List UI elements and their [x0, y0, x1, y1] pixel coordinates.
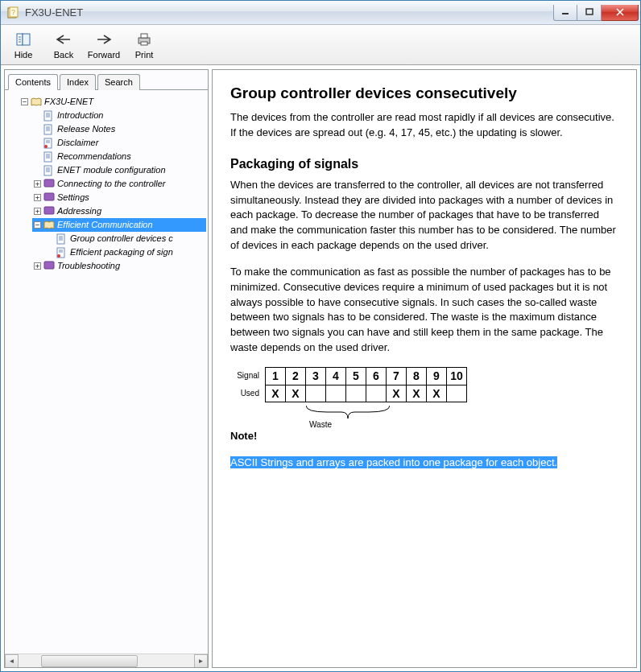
signal-cell: 1 [265, 367, 286, 385]
tree-item-addressing[interactable]: +Addressing [32, 204, 206, 218]
page-icon [43, 110, 55, 122]
svg-rect-17 [44, 193, 54, 200]
svg-rect-14 [44, 152, 52, 162]
expand-icon[interactable]: + [34, 180, 41, 188]
hide-button[interactable]: Hide [7, 31, 39, 60]
signal-cell: 2 [285, 367, 306, 385]
signal-cell: 3 [305, 367, 326, 385]
page-icon [43, 151, 55, 163]
sidebar-tabs: Contents Index Search [5, 70, 208, 90]
tree-root-label: FX3U-ENET [44, 95, 93, 109]
forward-button[interactable]: Forward [88, 31, 120, 60]
signal-cell: 8 [406, 367, 427, 385]
tree-container: − FX3U-ENET Introduction Release Notes D… [5, 90, 208, 667]
help-app-icon: ? [7, 6, 20, 19]
packaging-paragraph-1: When the devices are transferred to the … [230, 178, 618, 254]
page-new-icon [56, 247, 68, 258]
page-icon [56, 233, 68, 245]
closed-book-icon [43, 206, 55, 217]
body-area: Contents Index Search − FX3U-ENET [1, 65, 640, 671]
scroll-track[interactable] [19, 654, 194, 668]
toolbar: Hide Back Forward Print [1, 25, 640, 65]
back-arrow-icon [56, 31, 72, 48]
content-pane[interactable]: Group controller devices consecutively T… [212, 69, 637, 668]
tree-item-connecting[interactable]: +Connecting to the controller [32, 177, 206, 191]
expand-icon[interactable]: + [34, 208, 41, 215]
svg-point-13 [44, 145, 48, 148]
window-controls [553, 5, 639, 21]
svg-rect-9 [141, 42, 147, 45]
scroll-right-icon[interactable]: ► [194, 654, 208, 668]
page-new-icon [43, 138, 55, 149]
closed-book-icon [43, 192, 55, 204]
svg-rect-10 [44, 111, 52, 121]
close-button[interactable] [602, 5, 639, 21]
used-cell [325, 385, 346, 402]
tree-item-introduction[interactable]: Introduction [32, 109, 206, 122]
closed-book-icon [43, 179, 55, 190]
collapse-icon[interactable]: − [21, 98, 28, 105]
contents-tree[interactable]: − FX3U-ENET Introduction Release Notes D… [5, 90, 208, 653]
hide-label: Hide [14, 50, 33, 60]
tree-horizontal-scrollbar[interactable]: ◄ ► [5, 653, 208, 667]
note-body: ASCII Strings and arrays are packed into… [230, 456, 618, 471]
used-cell: X [386, 385, 407, 402]
tree-item-recommendations[interactable]: Recommendations [32, 150, 206, 163]
tree-item-efficient-communication[interactable]: −Efficient Communication [32, 218, 206, 232]
back-label: Back [54, 50, 73, 60]
svg-rect-19 [57, 234, 64, 244]
print-button[interactable]: Print [128, 31, 160, 60]
used-row-label: Used [230, 389, 266, 398]
tree-item-settings[interactable]: +Settings [32, 191, 206, 204]
curly-brace-icon [306, 406, 390, 420]
expand-icon[interactable]: + [34, 194, 41, 201]
titlebar[interactable]: ? FX3U-ENET [1, 1, 640, 25]
waste-label: Waste [280, 420, 361, 429]
svg-rect-11 [44, 125, 52, 134]
tree-root[interactable]: − FX3U-ENET [19, 95, 206, 109]
open-book-icon [43, 220, 55, 231]
scroll-thumb[interactable] [41, 655, 138, 667]
scroll-left-icon[interactable]: ◄ [5, 654, 19, 668]
used-cell [446, 385, 467, 402]
tab-contents[interactable]: Contents [8, 74, 58, 90]
used-cell [305, 385, 326, 402]
forward-label: Forward [88, 50, 120, 60]
signal-cell: 9 [426, 367, 447, 385]
used-cell: X [426, 385, 447, 402]
tree-item-release-notes[interactable]: Release Notes [32, 122, 206, 136]
signal-table: Signal 1 2 3 4 5 6 7 8 9 10 Used X X [230, 367, 618, 402]
expand-icon[interactable]: + [34, 262, 41, 270]
tab-index[interactable]: Index [60, 74, 96, 90]
back-button[interactable]: Back [48, 31, 80, 60]
open-book-icon [31, 97, 42, 108]
maximize-button[interactable] [577, 5, 602, 21]
signal-cell: 7 [386, 367, 407, 385]
collapse-icon[interactable]: − [34, 221, 41, 229]
tab-search[interactable]: Search [97, 74, 140, 90]
page-icon [43, 124, 55, 135]
svg-rect-15 [44, 166, 52, 175]
waste-brace [266, 406, 618, 420]
used-cell [366, 385, 387, 402]
tree-item-troubleshooting[interactable]: +Troubleshooting [32, 259, 206, 273]
minimize-button[interactable] [553, 5, 577, 21]
hide-icon [15, 31, 31, 48]
packaging-paragraph-2: To make the communication as fast as pos… [230, 265, 618, 356]
used-cell: X [265, 385, 286, 402]
signal-cell: 5 [345, 367, 366, 385]
tree-item-efficient-packaging[interactable]: Efficient packaging of sign [45, 245, 206, 259]
signal-row-label: Signal [230, 371, 266, 380]
svg-rect-18 [44, 207, 54, 214]
tree-item-group-controller-devices[interactable]: Group controller devices c [45, 232, 206, 245]
svg-text:?: ? [11, 8, 15, 16]
used-row: Used X X X X X [230, 385, 618, 402]
tree-item-enet-config[interactable]: ENET module configuration [32, 163, 206, 177]
tree-item-disclaimer[interactable]: Disclaimer [32, 136, 206, 150]
window-title: FX3U-ENET [25, 6, 553, 19]
svg-rect-22 [44, 262, 54, 269]
svg-rect-8 [141, 34, 147, 38]
forward-arrow-icon [96, 31, 112, 48]
signal-cell: 10 [446, 367, 467, 385]
used-cell: X [285, 385, 306, 402]
